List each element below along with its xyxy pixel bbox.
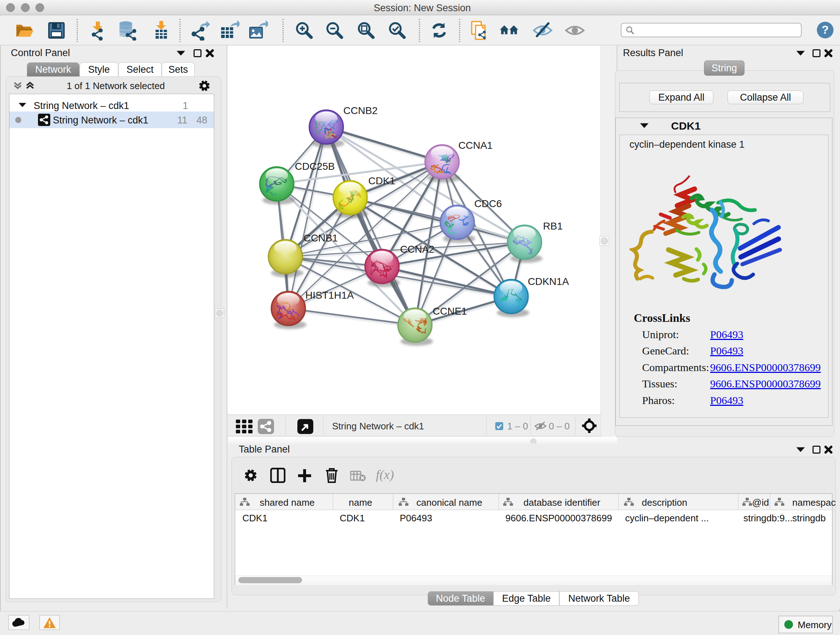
svg-text:CCNA2: CCNA2 <box>400 244 434 255</box>
svg-text:CDC25B: CDC25B <box>295 161 335 172</box>
svg-text:CCNA1: CCNA1 <box>458 140 493 151</box>
svg-text:CDC6: CDC6 <box>474 198 502 209</box>
svg-text:RB1: RB1 <box>543 220 562 232</box>
svg-text:CDKN1A: CDKN1A <box>528 276 569 287</box>
svg-text:CDK1: CDK1 <box>368 175 395 187</box>
svg-text:CCNB2: CCNB2 <box>343 105 378 116</box>
svg-text:HIST1H1A: HIST1H1A <box>305 290 354 301</box>
svg-text:CCNE1: CCNE1 <box>433 306 467 317</box>
svg-text:CCNB1: CCNB1 <box>303 233 338 244</box>
